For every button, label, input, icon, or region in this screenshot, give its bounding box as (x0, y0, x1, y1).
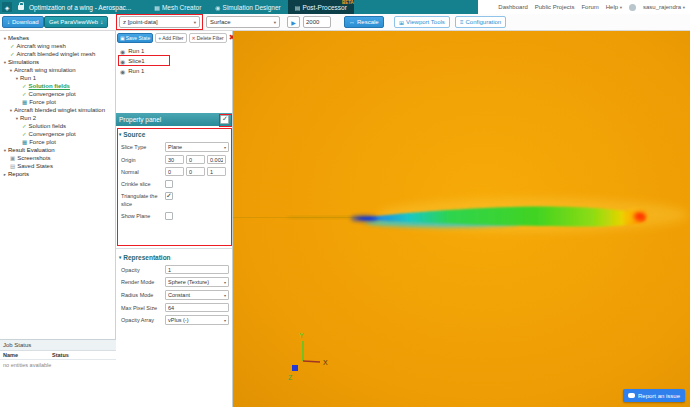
representation-value: Surface (210, 19, 231, 25)
tree-item-convergence-plot[interactable]: ✓Convergence plot (0, 130, 115, 138)
axis-z-label: Z (288, 374, 293, 381)
play-button[interactable]: ▶ (287, 16, 300, 28)
frame-input[interactable] (303, 16, 331, 28)
pipeline-browser: ◉ Run 1 ◉ Slice1 ◉ Run 1 (116, 45, 232, 77)
app-header: ◈ Optimization of a wing - Aerospac... ▦… (0, 0, 690, 14)
tree-item-saved-states[interactable]: ▤Saved States (0, 162, 115, 170)
job-status-empty: no entities available (0, 360, 116, 368)
source-section-header[interactable]: ▾ Source (119, 129, 229, 139)
visibility-eye-icon[interactable]: ◉ (120, 68, 125, 75)
opacity-array-select[interactable]: vPlus (-) ▾ (165, 315, 229, 325)
download-icon: ↓ (100, 19, 103, 25)
chevron-down-icon: ▾ (224, 293, 226, 298)
origin-x-input[interactable] (165, 155, 184, 164)
header-left: ◈ Optimization of a wing - Aerospac... (0, 0, 137, 14)
check-icon: ✓ (22, 83, 27, 89)
report-issue-button[interactable]: Report an issue (623, 389, 685, 402)
radius-mode-select[interactable]: Constant ▾ (165, 290, 229, 300)
download-button[interactable]: ↓ Download (2, 16, 44, 28)
representation-section-header[interactable]: ▾ Representation (119, 252, 229, 262)
slice-type-select[interactable]: Plane ▾ (165, 142, 229, 152)
nav-help-label: Help (606, 4, 618, 10)
axis-y-label: Y (299, 332, 304, 339)
user-menu[interactable]: sasu_rajendra ▾ (643, 4, 685, 10)
tree-item-result-evaluation[interactable]: ▾Result Evaluation (0, 146, 115, 154)
normal-x-input[interactable] (165, 167, 184, 176)
tab-mesh-creator[interactable]: ▦ Mesh Creator (147, 0, 208, 14)
tree-item-mesh[interactable]: ✓Aircraft wing mesh (0, 42, 115, 50)
download-icon: ↓ (7, 19, 10, 25)
tree-item-mesh[interactable]: ✓Aircraft blended winglet mesh (0, 50, 115, 58)
radius-mode-label: Radius Mode (121, 290, 165, 299)
tree-item-convergence-plot[interactable]: ✓Convergence plot (0, 90, 115, 98)
color-field-select[interactable]: z [point-data] ▾ (119, 16, 200, 28)
check-icon: ✓ (10, 51, 15, 57)
tree-item-run[interactable]: ▾Run 2 (0, 114, 115, 122)
project-tree: ▾Meshes ✓Aircraft wing mesh ✓Aircraft bl… (0, 31, 115, 178)
chevron-down-icon: ▾ (194, 20, 196, 25)
nav-public-projects[interactable]: Public Projects (535, 4, 575, 10)
pipeline-item-run[interactable]: ◉ Run 1 (116, 66, 232, 76)
header-nav: Dashboard Public Projects Forum Help ▾ s… (478, 0, 690, 14)
triangulate-checkbox[interactable] (165, 192, 173, 200)
tree-item-solution-fields[interactable]: ✓Solution fields (0, 82, 115, 90)
tree-item-run[interactable]: ▾Run 1 (0, 74, 115, 82)
show-plane-checkbox[interactable] (165, 212, 173, 220)
crinkle-slice-checkbox[interactable] (165, 180, 173, 188)
project-title: Optimization of a wing - Aerospac... (27, 4, 137, 11)
add-filter-button[interactable]: + Add Filter (155, 33, 186, 43)
get-paraviewweb-button[interactable]: Get ParaViewWeb ↓ (44, 16, 108, 28)
tree-item-meshes[interactable]: ▾Meshes (0, 34, 115, 42)
visibility-eye-icon[interactable]: ◉ (120, 48, 125, 55)
delete-filter-button[interactable]: ✕ Delete Filter (189, 33, 227, 43)
max-pixel-input[interactable] (165, 303, 229, 312)
render-mode-select[interactable]: Sphere (Texture) ▾ (165, 277, 229, 287)
opacity-array-label: Opacity Array (121, 315, 165, 324)
pipeline-properties-panel: ▣ Save State + Add Filter ✕ Delete Filte… (116, 31, 233, 407)
configuration-label: Configuration (466, 19, 502, 25)
origin-z-input[interactable] (207, 155, 226, 164)
viewport-tools-icon: ⊞ (399, 19, 404, 26)
save-state-button[interactable]: ▣ Save State (117, 33, 153, 43)
paraview-label: Get ParaViewWeb (49, 19, 98, 25)
tree-item-reports[interactable]: ▸Reports (0, 170, 115, 178)
pipeline-item-slice[interactable]: ◉ Slice1 (116, 56, 232, 66)
pipeline-toolbar: ▣ Save State + Add Filter ✕ Delete Filte… (116, 31, 232, 45)
configuration-button[interactable]: ≡ Configuration (455, 16, 506, 28)
tree-item-force-plot[interactable]: ▦Force plot (0, 138, 115, 146)
tree-item-force-plot[interactable]: ▦Force plot (0, 98, 115, 106)
tree-item-simulations[interactable]: ▾Simulations (0, 58, 115, 66)
app-logo-icon[interactable]: ◈ (2, 2, 12, 12)
tree-item-solution-fields[interactable]: ✓Solution fields (0, 122, 115, 130)
representation-select[interactable]: Surface ▾ (206, 16, 280, 28)
beta-badge: BETA (342, 0, 354, 5)
visibility-eye-icon[interactable]: ◉ (120, 58, 125, 65)
tree-item-simulation[interactable]: ▾Aircraft wing simulation (0, 66, 115, 74)
normal-z-input[interactable] (207, 167, 226, 176)
tab-post-processor[interactable]: ▤ Post-Processor BETA (288, 0, 354, 14)
opacity-array-row: Opacity Array vPlus (-) ▾ (121, 315, 229, 325)
delete-icon: ✕ (192, 35, 196, 41)
rescale-button[interactable]: ↔ Rescale (344, 16, 384, 28)
render-mode-row: Render Mode Sphere (Texture) ▾ (121, 277, 229, 287)
viewport-tools-button[interactable]: ⊞ Viewport Tools (394, 16, 450, 28)
radius-mode-row: Radius Mode Constant ▾ (121, 290, 229, 300)
rescale-label: Rescale (357, 19, 379, 25)
workbench-tabs: ▦ Mesh Creator ◉ Simulation Designer ▤ P… (147, 0, 354, 14)
opacity-input[interactable] (165, 265, 229, 274)
nav-dashboard[interactable]: Dashboard (498, 4, 527, 10)
normal-y-input[interactable] (186, 167, 205, 176)
origin-y-input[interactable] (186, 155, 205, 164)
nav-forum[interactable]: Forum (581, 4, 598, 10)
tree-item-simulation[interactable]: ▾Aircraft blended winglet simulation (0, 106, 115, 114)
pipeline-item-label: Run 1 (128, 48, 144, 54)
apply-checkbox[interactable] (220, 115, 229, 124)
nav-help[interactable]: Help ▾ (606, 4, 622, 10)
tree-item-screenshots[interactable]: ▣Screenshots (0, 154, 115, 162)
render-viewport[interactable]: Y X Z Report an issue (233, 31, 690, 407)
lock-icon (18, 5, 24, 10)
pipeline-item-run[interactable]: ◉ Run 1 (116, 46, 232, 56)
tab-simulation-designer[interactable]: ◉ Simulation Designer (208, 0, 287, 14)
check-icon: ✓ (22, 131, 27, 137)
play-icon: ▶ (291, 19, 296, 26)
